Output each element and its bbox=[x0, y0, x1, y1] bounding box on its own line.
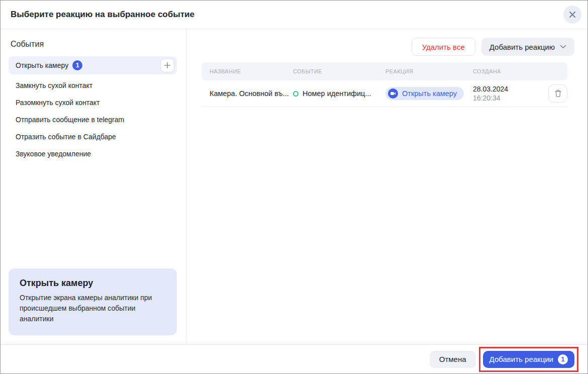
sidebar-heading: События bbox=[11, 40, 177, 49]
plus-icon bbox=[164, 62, 171, 69]
created-date: 28.03.2024 bbox=[473, 84, 541, 94]
cell-reaction: Открыть камеру bbox=[385, 87, 473, 100]
dialog-title: Выберите реакцию на выбранное событие bbox=[11, 10, 194, 20]
cell-event: Номер идентифиц... bbox=[293, 89, 385, 98]
event-status-icon bbox=[293, 91, 299, 97]
sidebar-item-label: Открыть камеру bbox=[16, 61, 68, 69]
cell-name: Камера. Основной въ... bbox=[202, 89, 293, 98]
sidebar-item-open-dry-contact[interactable]: Разомкнуть сухой контакт bbox=[9, 94, 177, 111]
column-header-name: НАЗВАНИЕ bbox=[202, 68, 293, 74]
reaction-dialog: Выберите реакцию на выбранное событие Со… bbox=[0, 0, 588, 374]
cancel-button[interactable]: Отмена bbox=[430, 351, 476, 368]
close-button[interactable] bbox=[563, 6, 581, 24]
column-header-created: СОЗДАНА bbox=[473, 68, 541, 74]
sidebar-item-sound-notification[interactable]: Звуковое уведомление bbox=[9, 145, 177, 162]
sidebar-item-close-dry-contact[interactable]: Замкнуть сухой контакт bbox=[9, 77, 177, 94]
dialog-header: Выберите реакцию на выбранное событие bbox=[1, 1, 587, 29]
submit-count-badge: 1 bbox=[558, 354, 568, 364]
table-header-row: НАЗВАНИЕ СОБЫТИЕ РЕАКЦИЯ СОЗДАНА bbox=[202, 62, 567, 80]
table-row: Камера. Основной въ... Номер идентифиц..… bbox=[202, 80, 567, 107]
submit-button-label: Добавить реакции bbox=[489, 355, 553, 363]
delete-row-button[interactable] bbox=[548, 84, 567, 103]
camera-icon bbox=[388, 88, 398, 99]
created-time: 16:20:34 bbox=[473, 94, 541, 103]
event-label: Номер идентифиц... bbox=[303, 89, 371, 98]
sidebar-item-open-camera[interactable]: Открыть камеру 1 bbox=[9, 56, 177, 74]
trash-icon bbox=[554, 89, 562, 98]
add-reaction-dropdown[interactable]: Добавить реакцию bbox=[481, 38, 574, 56]
dialog-footer: Отмена Добавить реакции 1 bbox=[1, 344, 587, 373]
column-header-reaction: РЕАКЦИЯ bbox=[385, 68, 473, 74]
submit-button[interactable]: Добавить реакции 1 bbox=[483, 351, 574, 368]
highlight-annotation: Добавить реакции 1 bbox=[479, 347, 578, 372]
cell-created: 28.03.2024 16:20:34 bbox=[473, 84, 541, 103]
sidebar-item-telegram-message[interactable]: Отправить сообщение в telegram bbox=[9, 111, 177, 128]
main-content: Удалить все Добавить реакцию НАЗВАНИЕ СО… bbox=[186, 29, 587, 344]
chevron-down-icon bbox=[560, 45, 566, 49]
reactions-table: НАЗВАНИЕ СОБЫТИЕ РЕАКЦИЯ СОЗДАНА Камера.… bbox=[202, 62, 567, 107]
close-icon bbox=[569, 11, 576, 18]
delete-all-button[interactable]: Удалить все bbox=[412, 38, 475, 56]
dialog-body: События Открыть камеру 1 Замкнуть сухой … bbox=[1, 29, 587, 344]
reaction-label: Открыть камеру bbox=[402, 89, 457, 98]
events-sidebar: События Открыть камеру 1 Замкнуть сухой … bbox=[1, 29, 186, 344]
reaction-count-badge: 1 bbox=[72, 60, 82, 70]
add-reaction-to-event-button[interactable] bbox=[160, 58, 174, 72]
sidebar-item-sidebar-event[interactable]: Отразить событие в Сайдбаре bbox=[9, 128, 177, 145]
reaction-info-box: Открыть камеру Открытие экрана камеры ан… bbox=[9, 268, 177, 335]
info-box-title: Открыть камеру bbox=[20, 278, 166, 289]
reaction-badge: Открыть камеру bbox=[385, 87, 464, 100]
column-header-event: СОБЫТИЕ bbox=[293, 68, 385, 74]
info-box-description: Открытие экрана камеры аналитики при про… bbox=[20, 293, 163, 324]
table-actions-row: Удалить все Добавить реакцию bbox=[202, 38, 574, 56]
add-reaction-dropdown-label: Добавить реакцию bbox=[489, 43, 555, 51]
